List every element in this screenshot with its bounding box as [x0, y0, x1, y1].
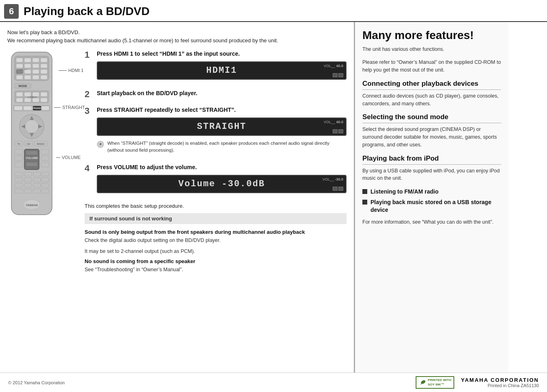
step-4-label: Press VOLUME to adjust the volume.: [97, 163, 347, 172]
svg-rect-72: [33, 189, 41, 193]
main-content: Now let's play back a BD/DVD. We recomme…: [0, 22, 547, 372]
sidebar-sound-mode-text: Select the desired sound program (CINEMA…: [362, 126, 501, 148]
hdmi1-label: HDMI 1: [68, 68, 83, 73]
svg-rect-53: [15, 156, 23, 161]
completion-text: This completes the basic setup procedure…: [85, 203, 347, 209]
svg-rect-73: [41, 189, 49, 193]
intro-text: Now let's play back a BD/DVD. We recomme…: [7, 28, 347, 44]
step-4-content: Press VOLUME to adjust the volume. VOL__…: [97, 163, 347, 197]
svg-rect-58: [15, 172, 23, 176]
step-2: 2 Start playback on the BD/DVD player.: [85, 89, 347, 101]
svg-rect-11: [24, 70, 31, 74]
bullet-usb-label: Playing back music stored on a USB stora…: [370, 198, 501, 214]
step-1-label: Press HDMI 1 to select “HDMI 1” as the i…: [97, 50, 347, 58]
display-hdmi1-text: HDMI1: [102, 65, 341, 76]
page-header: 6 Playing back a BD/DVD: [0, 0, 547, 22]
step-3-content: Press STRAIGHT repeatedly to select “STR…: [97, 106, 347, 158]
sidebar-ipod-text: By using a USB cable supplied with iPod,…: [362, 167, 501, 183]
svg-rect-24: [33, 92, 39, 96]
svg-rect-68: [33, 183, 41, 187]
step-3-number: 3: [85, 106, 93, 116]
svg-rect-67: [24, 183, 32, 187]
step-1-number: 1: [85, 50, 93, 60]
display-hdmi1: VOL__ 40.0 HDMI1: [97, 61, 347, 80]
sidebar-intro-1: The unit has various other functions.: [362, 46, 501, 53]
svg-rect-71: [24, 189, 32, 193]
svg-rect-16: [33, 75, 39, 79]
bullet-fm-label: Listening to FM/AM radio: [370, 188, 438, 196]
volume-label: VOLUME: [62, 155, 81, 160]
svg-rect-49: [26, 151, 37, 155]
svg-rect-60: [33, 172, 41, 176]
sidebar-section-connecting: Connecting other playback devices Connec…: [362, 80, 501, 108]
left-column: Now let's play back a BD/DVD. We recomme…: [0, 22, 354, 372]
svg-text:RADIO: RADIO: [37, 143, 44, 145]
svg-rect-55: [41, 149, 49, 154]
svg-rect-61: [41, 172, 49, 176]
steps-area: 1 Press HDMI 1 to select “HDMI 1” as the…: [85, 50, 347, 277]
svg-rect-54: [15, 162, 23, 167]
svg-rect-9: [41, 64, 47, 68]
svg-rect-34: [42, 106, 49, 110]
troubleshoot-heading-1: Sound is only being output from the fron…: [85, 229, 347, 235]
svg-rect-15: [24, 75, 31, 79]
warning-box: If surround sound is not working: [85, 213, 347, 224]
svg-point-37: [25, 120, 38, 133]
display-volume: VOL__ -30.0 Volume -30.0dB: [97, 175, 347, 193]
svg-rect-31: [14, 106, 22, 110]
display-straight: VOL__ 40.0 STRAIGHT: [97, 118, 347, 136]
svg-rect-13: [41, 70, 47, 74]
sidebar-main-title: Many more features!: [362, 28, 501, 42]
svg-rect-25: [41, 92, 47, 96]
bullet-usb: Playing back music stored on a USB stora…: [362, 198, 501, 214]
svg-text:YAMAHA: YAMAHA: [26, 204, 38, 207]
svg-rect-63: [24, 178, 32, 182]
svg-text:STRAIGHT: STRAIGHT: [32, 107, 42, 109]
svg-text:CD: CD: [27, 143, 31, 145]
svg-rect-28: [33, 98, 39, 102]
straight-label: STRAIGHT: [62, 105, 85, 110]
svg-text:TV: TV: [17, 143, 20, 145]
svg-text:VOLUME: VOLUME: [26, 157, 38, 159]
svg-rect-32: [24, 106, 32, 110]
svg-rect-52: [15, 149, 23, 154]
page-title: Playing back a BD/DVD: [24, 5, 150, 18]
remote-illustration: MODE TUNER: [7, 50, 76, 277]
note-box: ✦ When “STRAIGHT” (straight decode) is e…: [97, 140, 347, 154]
svg-text:MODE: MODE: [19, 85, 27, 87]
svg-rect-56: [41, 156, 49, 161]
svg-rect-14: [16, 75, 23, 79]
svg-rect-10: [16, 70, 23, 74]
right-sidebar: Many more features! The unit has various…: [354, 22, 508, 372]
troubleshoot-heading-2: No sound is coming from a specific speak…: [85, 258, 347, 264]
svg-rect-66: [15, 183, 23, 187]
step-4: 4 Press VOLUME to adjust the volume. VOL…: [85, 163, 347, 197]
svg-rect-59: [24, 172, 32, 176]
svg-rect-12: [33, 70, 39, 74]
svg-rect-23: [24, 92, 31, 96]
step-2-content: Start playback on the BD/DVD player.: [97, 89, 347, 101]
svg-rect-65: [41, 178, 49, 182]
sidebar-ipod-title: Playing back from iPod: [362, 155, 501, 165]
content-area: MODE TUNER: [7, 50, 347, 277]
step-1: 1 Press HDMI 1 to select “HDMI 1” as the…: [85, 50, 347, 84]
svg-rect-64: [33, 178, 41, 182]
step-4-number: 4: [85, 163, 93, 173]
sidebar-intro-2: Please refer to “Owner’s Manual” on the …: [362, 59, 501, 74]
footer-yamaha-corp: YAMAHA CORPORATION Printed in China ZA51…: [461, 377, 539, 388]
footer-right: PRINTED WITHSOY INK™ YAMAHA CORPORATION …: [416, 376, 539, 389]
sidebar-section-sound-mode: Selecting the sound mode Select the desi…: [362, 113, 501, 148]
note-icon: ✦: [97, 141, 104, 148]
step-3-label: Press STRAIGHT repeatedly to select “STR…: [97, 106, 347, 114]
footer-copyright: © 2012 Yamaha Corporation: [8, 380, 65, 385]
svg-rect-69: [41, 183, 49, 187]
step-1-content: Press HDMI 1 to select “HDMI 1” as the i…: [97, 50, 347, 84]
sidebar-footer-text: For more information, see “What you can …: [362, 218, 501, 226]
sidebar-connecting-title: Connecting other playback devices: [362, 80, 501, 90]
svg-rect-17: [41, 75, 47, 79]
sidebar-section-ipod: Playing back from iPod By using a USB ca…: [362, 155, 501, 183]
sidebar-connecting-text: Connect audio devices (such as CD player…: [362, 92, 501, 108]
svg-rect-4: [33, 58, 39, 62]
display-straight-text: STRAIGHT: [102, 122, 341, 132]
step-2-number: 2: [85, 89, 93, 99]
